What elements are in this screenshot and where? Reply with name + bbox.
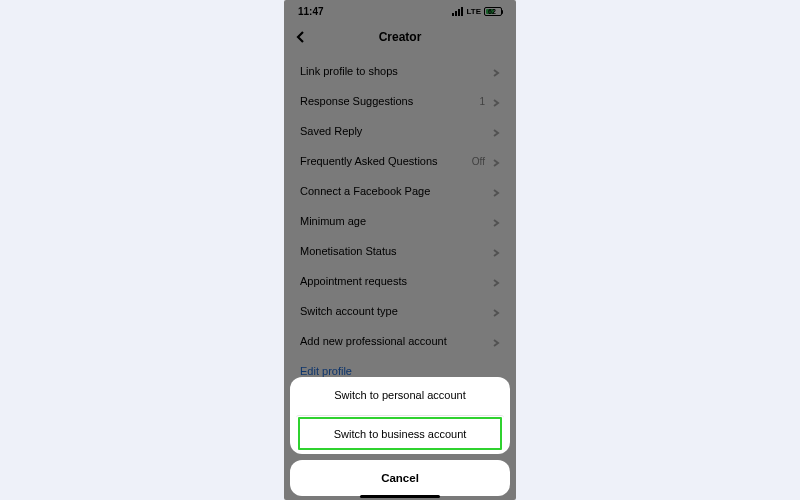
phone-frame: 11:47 LTE 62 Creator Link profile to sho… bbox=[284, 0, 516, 500]
action-sheet-options: Switch to personal account Switch to bus… bbox=[290, 377, 510, 454]
home-indicator bbox=[360, 495, 440, 498]
action-sheet: Switch to personal account Switch to bus… bbox=[290, 377, 510, 496]
cancel-button[interactable]: Cancel bbox=[290, 460, 510, 496]
switch-personal-button[interactable]: Switch to personal account bbox=[290, 377, 510, 413]
switch-business-button[interactable]: Switch to business account bbox=[296, 415, 504, 452]
